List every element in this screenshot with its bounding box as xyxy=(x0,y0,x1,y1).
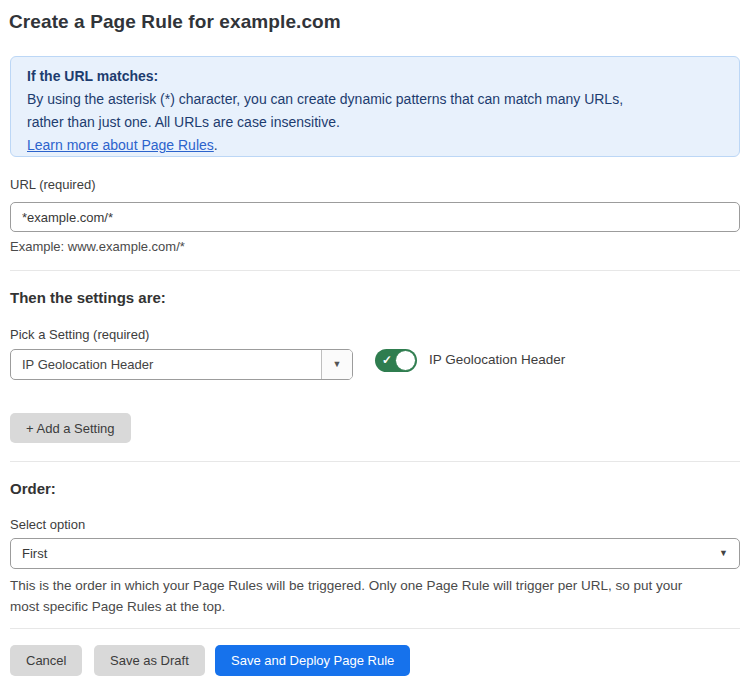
save-draft-button[interactable]: Save as Draft xyxy=(94,645,205,676)
cancel-button[interactable]: Cancel xyxy=(10,645,82,676)
divider xyxy=(10,628,740,629)
chevron-down-icon: ▼ xyxy=(719,549,739,558)
settings-section-heading: Then the settings are: xyxy=(10,289,166,306)
ip-geolocation-toggle[interactable]: ✓ xyxy=(375,349,417,372)
link-suffix: . xyxy=(214,137,218,153)
url-example-text: Example: www.example.com/* xyxy=(10,239,185,254)
order-help-text: This is the order in which your Page Rul… xyxy=(10,575,715,617)
divider xyxy=(10,270,740,271)
order-section-heading: Order: xyxy=(10,480,56,497)
pick-setting-label: Pick a Setting (required) xyxy=(10,327,149,342)
setting-select-value: IP Geolocation Header xyxy=(11,357,321,372)
page-title: Create a Page Rule for example.com xyxy=(9,11,341,33)
save-deploy-button[interactable]: Save and Deploy Page Rule xyxy=(215,645,410,676)
url-field-label: URL (required) xyxy=(10,177,96,192)
order-select[interactable]: First ▼ xyxy=(10,538,740,569)
setting-select[interactable]: IP Geolocation Header ▼ xyxy=(10,349,353,380)
learn-more-link[interactable]: Learn more about Page Rules xyxy=(27,137,214,153)
info-box-link-line: Learn more about Page Rules. xyxy=(27,134,723,157)
order-select-value: First xyxy=(11,546,719,561)
url-match-info-box: If the URL matches: By using the asteris… xyxy=(10,56,740,157)
check-icon: ✓ xyxy=(382,353,392,368)
info-box-body: By using the asterisk (*) character, you… xyxy=(27,88,659,134)
order-select-label: Select option xyxy=(10,517,85,532)
url-input[interactable] xyxy=(10,202,740,232)
toggle-label: IP Geolocation Header xyxy=(429,352,565,367)
create-page-rule-panel: Create a Page Rule for example.com If th… xyxy=(0,0,750,687)
add-setting-button[interactable]: + Add a Setting xyxy=(10,413,131,443)
info-box-heading: If the URL matches: xyxy=(27,65,723,88)
chevron-down-icon: ▼ xyxy=(333,360,342,369)
setting-select-arrow-button[interactable]: ▼ xyxy=(321,350,352,379)
divider xyxy=(10,461,740,462)
toggle-knob xyxy=(395,350,416,371)
